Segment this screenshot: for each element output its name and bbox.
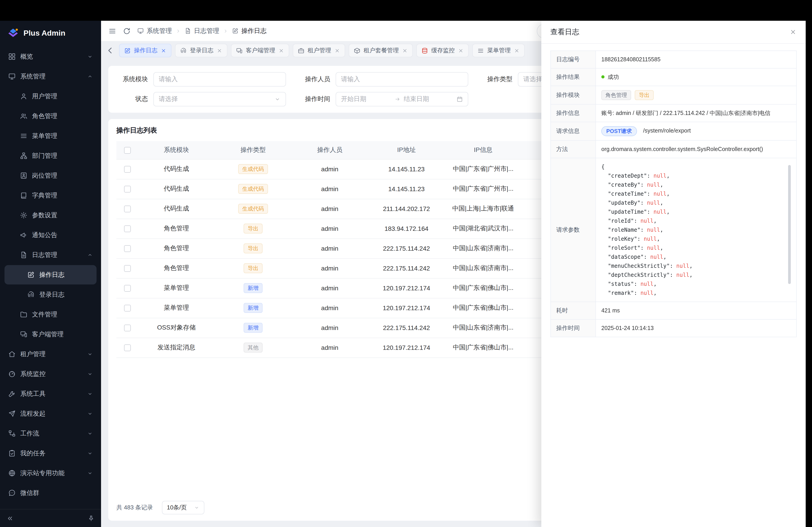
sidebar-item-role-management[interactable]: 角色管理	[4, 106, 97, 126]
close-icon[interactable]	[402, 48, 408, 54]
sidebar-item-wechat-group[interactable]: 微信群	[4, 483, 97, 503]
tab-client-management[interactable]: 客户端管理	[231, 44, 289, 57]
breadcrumb-label: 日志管理	[194, 27, 219, 35]
sidebar-item-login-log[interactable]: 登录日志	[4, 285, 97, 304]
tab-operation-log[interactable]: 操作日志	[119, 44, 171, 57]
sidebar-item-process-initiation[interactable]: 流程发起	[4, 404, 97, 423]
close-icon[interactable]	[789, 28, 797, 35]
sidebar-item-notice-announcement[interactable]: 通知公告	[4, 225, 97, 245]
detail-row-time: 操作时间 2025-01-24 10:14:13	[551, 319, 796, 337]
close-icon[interactable]	[514, 48, 520, 54]
detail-label: 请求参数	[551, 158, 596, 302]
refresh-icon[interactable]	[123, 27, 131, 35]
duration-value: 421 ms	[596, 302, 796, 319]
cell-module: 角色管理	[138, 219, 215, 239]
sidebar-item-demo-features[interactable]: 演示站专用功能	[4, 464, 97, 483]
sidebar-item-system-monitor[interactable]: 系统监控	[4, 364, 97, 383]
type-badge: 生成代码	[238, 184, 268, 194]
status-select[interactable]: 请选择	[154, 92, 286, 106]
row-checkbox[interactable]	[124, 345, 131, 351]
sidebar-collapse-icon[interactable]	[6, 515, 14, 522]
column-header-operator: 操作人员	[291, 141, 368, 159]
request-params-code-block[interactable]: { "createDept": null, "createBy": null, …	[601, 162, 791, 298]
id-badge-icon	[20, 172, 28, 179]
sidebar-item-operation-log[interactable]: 操作日志	[4, 265, 97, 284]
select-all-checkbox[interactable]	[124, 147, 131, 154]
cell-ip-info: 中国|上海|上海市|联通	[445, 199, 521, 219]
sidebar-item-workflow[interactable]: 工作流	[4, 424, 97, 443]
page-size-select[interactable]: 10条/页	[162, 501, 204, 514]
row-checkbox[interactable]	[124, 206, 131, 213]
sidebar-item-dict-management[interactable]: 字典管理	[4, 186, 97, 205]
code-scrollbar-thumb[interactable]	[788, 165, 791, 284]
hamburger-icon[interactable]	[108, 27, 116, 35]
row-checkbox[interactable]	[124, 166, 131, 173]
row-checkbox[interactable]	[124, 186, 131, 193]
chevron-right-icon	[223, 28, 228, 34]
row-checkbox[interactable]	[124, 325, 131, 332]
sidebar-item-overview[interactable]: 概览	[4, 47, 97, 66]
tab-label: 登录日志	[190, 46, 213, 55]
breadcrumb-item-system[interactable]: 系统管理	[137, 27, 172, 35]
tab-cache-monitor[interactable]: 缓存监控	[416, 44, 469, 57]
sidebar-item-menu-management[interactable]: 菜单管理	[4, 126, 97, 146]
cell-ip: 120.197.212.174	[368, 278, 445, 298]
detail-label: 请求信息	[551, 122, 596, 140]
sidebar-item-client-management[interactable]: 客户端管理	[4, 325, 97, 344]
close-icon[interactable]	[334, 48, 340, 54]
breadcrumb-label: 操作日志	[241, 27, 266, 35]
sidebar-menu: 概览 系统管理 用户管理 角色管理 菜单管理 部门管理 岗位管理 字典管理 参数…	[0, 46, 101, 509]
row-checkbox[interactable]	[124, 245, 131, 252]
sidebar-item-label: 菜单管理	[32, 132, 93, 140]
sidebar-pin-icon[interactable]	[88, 515, 95, 522]
sidebar-item-post-management[interactable]: 岗位管理	[4, 166, 97, 185]
close-icon[interactable]	[217, 48, 222, 54]
sidebar-item-log-management[interactable]: 日志管理	[4, 245, 97, 265]
sidebar-item-system-tools[interactable]: 系统工具	[4, 384, 97, 404]
tabs-scroll-left-icon[interactable]	[105, 45, 115, 56]
detail-row-request: 请求信息 POST请求/system/role/export	[551, 122, 796, 140]
sidebar-item-user-management[interactable]: 用户管理	[4, 87, 97, 106]
users-icon	[20, 112, 28, 120]
tab-label: 缓存监控	[431, 46, 455, 55]
breadcrumb-item-operation-log[interactable]: 操作日志	[232, 27, 266, 35]
sidebar-item-file-management[interactable]: 文件管理	[4, 305, 97, 324]
breadcrumb-item-log[interactable]: 日志管理	[185, 27, 219, 35]
plus-admin-logo-icon	[7, 28, 19, 39]
tab-login-log[interactable]: 登录日志	[175, 44, 227, 57]
sidebar-item-my-tasks[interactable]: 我的任务	[4, 443, 97, 463]
close-icon[interactable]	[161, 48, 166, 54]
sidebar-item-label: 操作日志	[39, 271, 93, 279]
chat-icon	[8, 489, 16, 497]
tab-menu-management[interactable]: 菜单管理	[472, 44, 525, 57]
type-badge: 新增	[244, 283, 263, 293]
type-badge: 新增	[244, 303, 263, 313]
task-clipboard-icon	[8, 450, 16, 457]
close-icon[interactable]	[458, 48, 464, 54]
start-date-placeholder: 开始日期	[341, 95, 391, 103]
operator-input[interactable]: 请输入	[336, 72, 468, 87]
row-checkbox[interactable]	[124, 265, 131, 272]
sidebar-item-parameter-settings[interactable]: 参数设置	[4, 206, 97, 225]
tab-tenant-management[interactable]: 租户管理	[293, 44, 345, 57]
row-checkbox[interactable]	[124, 305, 131, 312]
sidebar-item-system-management[interactable]: 系统管理	[4, 67, 97, 86]
date-range-picker[interactable]: 开始日期 结束日期	[336, 92, 468, 106]
tab-tenant-package-management[interactable]: 租户套餐管理	[349, 44, 413, 57]
json-code: { "createDept": null, "createBy": null, …	[601, 162, 791, 298]
chevron-up-icon	[87, 252, 93, 258]
close-icon[interactable]	[278, 48, 284, 54]
monitor-icon	[8, 73, 16, 80]
megaphone-icon	[20, 231, 28, 239]
sidebar-item-tenant-management[interactable]: 租户管理	[4, 344, 97, 364]
cell-ip-info: 中国|广东省|佛山市|...	[445, 278, 521, 298]
chevron-down-icon	[87, 431, 93, 436]
cell-ip-info: 中国|广东省|佛山市|...	[445, 338, 521, 358]
type-badge: 生成代码	[238, 204, 268, 214]
module-input[interactable]: 请输入	[154, 72, 286, 87]
chevron-up-icon	[87, 74, 93, 79]
row-checkbox[interactable]	[124, 285, 131, 292]
cell-module: 角色管理	[138, 258, 215, 278]
sidebar-item-department-management[interactable]: 部门管理	[4, 146, 97, 165]
row-checkbox[interactable]	[124, 226, 131, 232]
